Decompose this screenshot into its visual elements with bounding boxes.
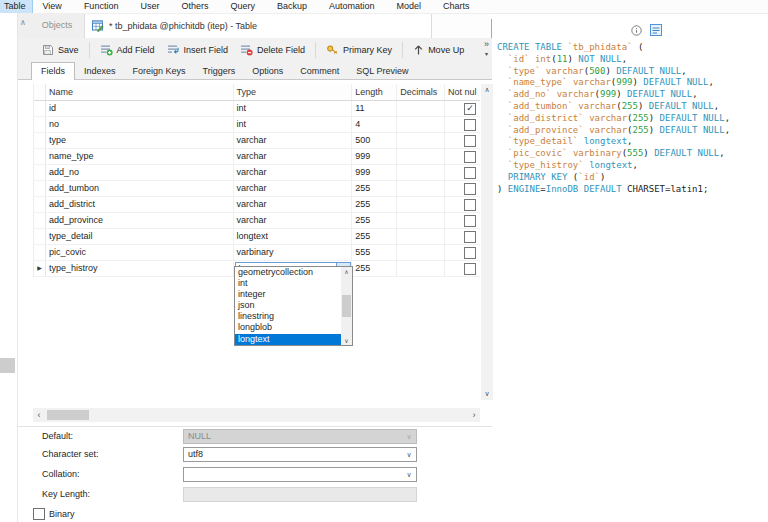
grid-row-pic-covic[interactable]: pic_covicvarbinary555 <box>34 245 480 261</box>
cell-decimals[interactable] <box>397 213 445 228</box>
grid-row-add-district[interactable]: add_districtvarchar255 <box>34 197 480 213</box>
tab-indexes[interactable]: Indexes <box>76 63 124 79</box>
not-null-checkbox[interactable] <box>464 135 476 147</box>
grid-row-no[interactable]: noint4 <box>34 117 480 133</box>
cell-type[interactable]: varchar <box>234 165 353 180</box>
grid-header-not-nul[interactable]: Not nul <box>445 84 480 100</box>
dropdown-item-linestring[interactable]: linestring <box>235 311 341 322</box>
cell-decimals[interactable] <box>397 133 445 148</box>
menu-item-backup[interactable]: Backup <box>266 0 318 13</box>
cell-decimals[interactable] <box>397 229 445 244</box>
left-pane-scrollbar-fragment[interactable] <box>0 358 15 373</box>
cell-name[interactable]: add_tumbon <box>46 181 234 196</box>
cell-type[interactable]: int <box>234 101 353 116</box>
grid-row-type-detail[interactable]: type_detaillongtext255 <box>34 229 480 245</box>
menu-item-automation[interactable]: Automation <box>318 0 386 13</box>
tab-options[interactable]: Options <box>244 63 291 79</box>
dropdown-item-longtext[interactable]: longtext <box>235 334 341 345</box>
move-up-button[interactable]: Move Up <box>407 42 470 58</box>
grid-hscrollbar[interactable]: ‹ › <box>33 408 480 422</box>
cell-name[interactable]: type_detail <box>46 229 234 244</box>
scroll-up-icon[interactable]: ∧ <box>341 268 352 275</box>
dropdown-item-json[interactable]: json <box>235 300 341 311</box>
cell-length[interactable]: 11 <box>352 101 397 116</box>
panel-icon[interactable] <box>650 24 662 38</box>
cell-decimals[interactable] <box>397 261 445 276</box>
cell-length[interactable]: 999 <box>352 165 397 180</box>
cell-decimals[interactable] <box>397 101 445 116</box>
cell-decimals[interactable] <box>397 149 445 164</box>
grid-row-type[interactable]: typevarchar500 <box>34 133 480 149</box>
toolbar-overflow-button[interactable]: » ▾ <box>484 39 489 59</box>
cell-type[interactable]: varchar <box>234 133 353 148</box>
dropdown-item-integer[interactable]: integer <box>235 289 341 300</box>
not-null-checkbox[interactable] <box>464 231 476 243</box>
cell-type[interactable]: varchar <box>234 197 353 212</box>
cell-name[interactable]: id <box>46 101 234 116</box>
not-null-checkbox[interactable] <box>464 199 476 211</box>
tab-fields[interactable]: Fields <box>31 62 75 80</box>
grid-row-id[interactable]: idint11✓ <box>34 101 480 117</box>
cell-type[interactable]: int <box>234 117 353 132</box>
cell-type[interactable]: varbinary <box>234 245 353 260</box>
binary-checkbox[interactable] <box>33 508 45 520</box>
cell-type[interactable]: longtext <box>234 229 353 244</box>
combo-chevron-icon[interactable]: ∨ <box>402 451 416 459</box>
menu-item-model[interactable]: Model <box>386 0 433 13</box>
grid-header-decimals[interactable]: Decimals <box>397 84 445 100</box>
scrollbar-thumb[interactable] <box>47 410 89 420</box>
delete-field-button[interactable]: Delete Field <box>234 42 311 58</box>
add-field-button[interactable]: Add Field <box>94 42 161 58</box>
cell-length[interactable]: 255 <box>352 197 397 212</box>
save-button[interactable]: Save <box>36 42 85 58</box>
scroll-right-icon[interactable]: › <box>468 408 480 422</box>
scroll-up-icon[interactable]: ∧ <box>481 86 493 94</box>
tab-triggers[interactable]: Triggers <box>195 63 244 79</box>
cell-decimals[interactable] <box>397 197 445 212</box>
cell-decimals[interactable] <box>397 181 445 196</box>
not-null-checkbox[interactable] <box>464 263 476 275</box>
not-null-checkbox[interactable] <box>464 183 476 195</box>
cell-name[interactable]: type_histroy <box>46 261 234 276</box>
cell-name[interactable]: add_district <box>46 197 234 212</box>
cell-decimals[interactable] <box>397 245 445 260</box>
grid-vscrollbar[interactable]: ∧ ∨ <box>481 84 493 400</box>
cell-name[interactable]: no <box>46 117 234 132</box>
cell-length[interactable]: 255 <box>352 181 397 196</box>
cell-type[interactable]: varchar <box>234 213 353 228</box>
cell-type[interactable]: varchar <box>234 149 353 164</box>
not-null-checkbox[interactable] <box>464 167 476 179</box>
not-null-checkbox[interactable] <box>464 119 476 131</box>
tab-objects[interactable]: Objects <box>28 13 86 38</box>
grid-header-type[interactable]: Type <box>234 84 353 100</box>
grid-row-add-no[interactable]: add_novarchar999 <box>34 165 480 181</box>
grid-header-name[interactable]: Name <box>46 84 234 100</box>
menu-item-view[interactable]: View <box>32 0 73 13</box>
cell-length[interactable]: 255 <box>352 261 397 276</box>
insert-field-button[interactable]: Insert Field <box>161 42 235 58</box>
menu-item-charts[interactable]: Charts <box>432 0 481 13</box>
combo-chevron-icon[interactable]: ∨ <box>402 471 416 479</box>
menu-item-table[interactable]: Table <box>0 0 32 13</box>
grid-row-add-province[interactable]: add_provincevarchar255 <box>34 213 480 229</box>
dropdown-item-geometrycollection[interactable]: geometrycollection <box>235 267 341 278</box>
menu-item-others[interactable]: Others <box>170 0 219 13</box>
cell-name[interactable]: add_province <box>46 213 234 228</box>
cell-length[interactable]: 999 <box>352 149 397 164</box>
grid-row-add-tumbon[interactable]: add_tumbonvarchar255 <box>34 181 480 197</box>
scroll-down-icon[interactable]: ∨ <box>481 390 493 398</box>
tab-foreign-keys[interactable]: Foreign Keys <box>125 63 194 79</box>
dropdown-item-int[interactable]: int <box>235 278 341 289</box>
dropdown-item-longblob[interactable]: longblob <box>235 322 341 333</box>
info-icon[interactable] <box>631 25 642 38</box>
cell-type[interactable]: varchar <box>234 181 353 196</box>
cell-name[interactable]: type <box>46 133 234 148</box>
menu-item-function[interactable]: Function <box>73 0 130 13</box>
dropdown-scrollbar[interactable]: ∧ ∨ <box>341 267 352 345</box>
cell-name[interactable]: name_type <box>46 149 234 164</box>
cell-length[interactable]: 500 <box>352 133 397 148</box>
tab-active-table[interactable]: * tb_phidata @phichitdb (itep) - Table <box>84 14 432 38</box>
cell-length[interactable]: 4 <box>352 117 397 132</box>
cell-name[interactable]: pic_covic <box>46 245 234 260</box>
not-null-checkbox[interactable]: ✓ <box>464 103 476 115</box>
